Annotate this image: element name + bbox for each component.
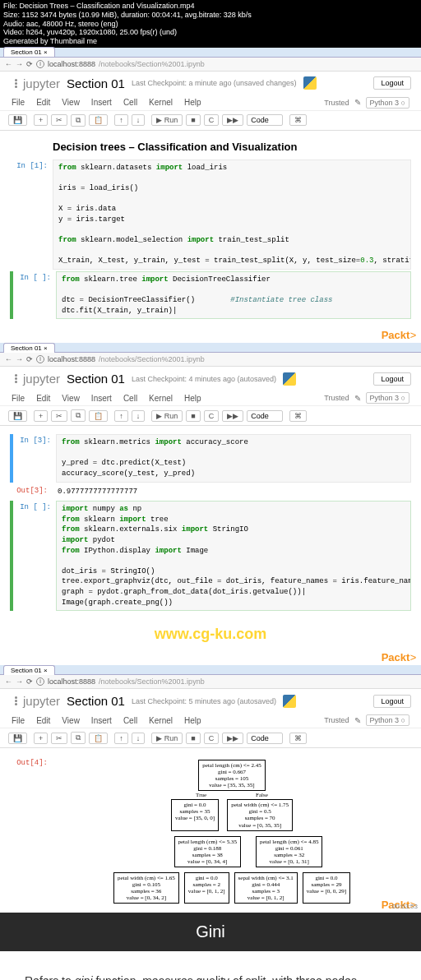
address-bar[interactable]: ← → ⟳ i localhost:8888/notebooks/Section… bbox=[0, 58, 421, 72]
nav-back-icon[interactable]: ← bbox=[5, 355, 12, 363]
menu-kernel[interactable]: Kernel bbox=[149, 716, 173, 725]
command-palette-button[interactable]: ⌘ bbox=[289, 410, 307, 422]
move-up-button[interactable]: ↑ bbox=[114, 733, 128, 744]
code-cell-4[interactable]: In [ ]: import numpy as np from sklearn … bbox=[10, 501, 411, 611]
restart-run-button[interactable]: ▶▶ bbox=[222, 410, 243, 422]
nav-reload-icon[interactable]: ⟳ bbox=[26, 677, 33, 686]
menu-help[interactable]: Help bbox=[184, 98, 201, 107]
save-button[interactable]: 💾 bbox=[8, 733, 27, 744]
site-info-icon[interactable]: i bbox=[36, 60, 44, 68]
logout-button[interactable]: Logout bbox=[373, 695, 411, 708]
stop-button[interactable]: ■ bbox=[186, 114, 200, 126]
restart-button[interactable]: C bbox=[204, 410, 220, 422]
paste-button[interactable]: 📋 bbox=[89, 410, 108, 422]
restart-run-button[interactable]: ▶▶ bbox=[222, 733, 243, 744]
run-button[interactable]: ▶ Run bbox=[151, 410, 183, 422]
menu-kernel[interactable]: Kernel bbox=[149, 394, 173, 403]
menu-insert[interactable]: Insert bbox=[91, 98, 112, 107]
browser-tab[interactable]: Section 01 × bbox=[3, 665, 55, 675]
menu-view[interactable]: View bbox=[62, 98, 80, 107]
site-info-icon[interactable]: i bbox=[36, 677, 44, 686]
kernel-indicator[interactable]: Python 3 ○ bbox=[366, 97, 409, 109]
code-area[interactable]: from sklearn.datasets import load_iris i… bbox=[53, 159, 411, 270]
add-cell-button[interactable]: + bbox=[34, 114, 48, 126]
browser-tab[interactable]: Section 01 × bbox=[3, 47, 55, 57]
nav-back-icon[interactable]: ← bbox=[5, 60, 12, 68]
kernel-indicator[interactable]: Python 3 ○ bbox=[366, 392, 409, 404]
menu-help[interactable]: Help bbox=[184, 716, 201, 725]
paste-button[interactable]: 📋 bbox=[89, 114, 108, 126]
move-down-button[interactable]: ↓ bbox=[132, 114, 146, 126]
nav-reload-icon[interactable]: ⟳ bbox=[26, 60, 33, 68]
stop-button[interactable]: ■ bbox=[186, 410, 200, 422]
edit-icon[interactable]: ✎ bbox=[354, 394, 361, 403]
menu-file[interactable]: File bbox=[12, 716, 25, 725]
code-cell-1[interactable]: In [1]: from sklearn.datasets import loa… bbox=[10, 159, 411, 270]
copy-button[interactable]: ⧉ bbox=[71, 409, 86, 422]
menu-cell[interactable]: Cell bbox=[123, 98, 137, 107]
menu-edit[interactable]: Edit bbox=[36, 98, 50, 107]
move-down-button[interactable]: ↓ bbox=[132, 410, 146, 422]
menu-insert[interactable]: Insert bbox=[91, 394, 112, 403]
site-info-icon[interactable]: i bbox=[36, 355, 44, 363]
notebook-name[interactable]: Section 01 bbox=[67, 694, 125, 708]
move-down-button[interactable]: ↓ bbox=[132, 733, 146, 744]
jupyter-logo[interactable]: jupyter bbox=[10, 76, 60, 90]
code-area[interactable]: from sklearn.tree import DecisionTreeCla… bbox=[56, 271, 411, 319]
edit-icon[interactable]: ✎ bbox=[354, 98, 361, 107]
address-bar[interactable]: ← → ⟳ i localhost:8888/notebooks/Section… bbox=[0, 353, 421, 367]
nav-reload-icon[interactable]: ⟳ bbox=[26, 355, 33, 363]
cut-button[interactable]: ✂ bbox=[51, 410, 67, 422]
save-button[interactable]: 💾 bbox=[8, 410, 27, 422]
add-cell-button[interactable]: + bbox=[34, 733, 48, 744]
run-button[interactable]: ▶ Run bbox=[151, 114, 183, 126]
restart-button[interactable]: C bbox=[204, 733, 220, 744]
nav-back-icon[interactable]: ← bbox=[5, 677, 12, 686]
menu-view[interactable]: View bbox=[62, 716, 80, 725]
browser-tab[interactable]: Section 01 × bbox=[3, 343, 55, 353]
code-cell-2[interactable]: In [ ]: from sklearn.tree import Decisio… bbox=[10, 271, 411, 319]
code-cell-3[interactable]: In [3]: from sklearn.metrics import accu… bbox=[10, 434, 411, 482]
jupyter-logo[interactable]: jupyter bbox=[10, 694, 60, 708]
save-button[interactable]: 💾 bbox=[8, 114, 27, 126]
add-cell-button[interactable]: + bbox=[34, 410, 48, 422]
notebook-name[interactable]: Section 01 bbox=[67, 372, 125, 386]
menu-file[interactable]: File bbox=[12, 98, 25, 107]
cell-type-select[interactable]: Code bbox=[247, 410, 283, 422]
command-palette-button[interactable]: ⌘ bbox=[289, 114, 307, 126]
jupyter-logo[interactable]: jupyter bbox=[10, 372, 60, 386]
nav-fwd-icon[interactable]: → bbox=[16, 355, 23, 363]
restart-run-button[interactable]: ▶▶ bbox=[222, 114, 243, 126]
menu-cell[interactable]: Cell bbox=[123, 394, 137, 403]
menu-file[interactable]: File bbox=[12, 394, 25, 403]
code-area[interactable]: from sklearn.metrics import accuracy_sco… bbox=[56, 434, 411, 482]
address-bar[interactable]: ← → ⟳ i localhost:8888/notebooks/Section… bbox=[0, 675, 421, 689]
menu-edit[interactable]: Edit bbox=[36, 394, 50, 403]
logout-button[interactable]: Logout bbox=[373, 372, 411, 386]
nav-fwd-icon[interactable]: → bbox=[16, 677, 23, 686]
stop-button[interactable]: ■ bbox=[186, 733, 200, 744]
edit-icon[interactable]: ✎ bbox=[354, 716, 361, 725]
tab-close-icon[interactable]: × bbox=[44, 49, 48, 56]
move-up-button[interactable]: ↑ bbox=[114, 114, 128, 126]
restart-button[interactable]: C bbox=[204, 114, 220, 126]
cell-type-select[interactable]: Code bbox=[247, 733, 283, 744]
run-button[interactable]: ▶ Run bbox=[151, 733, 183, 744]
cell-type-select[interactable]: Code bbox=[247, 114, 283, 126]
menu-view[interactable]: View bbox=[62, 394, 80, 403]
menu-insert[interactable]: Insert bbox=[91, 716, 112, 725]
logout-button[interactable]: Logout bbox=[373, 76, 411, 90]
copy-button[interactable]: ⧉ bbox=[71, 114, 86, 127]
cut-button[interactable]: ✂ bbox=[51, 114, 67, 126]
cut-button[interactable]: ✂ bbox=[51, 733, 67, 744]
notebook-name[interactable]: Section 01 bbox=[67, 76, 125, 90]
move-up-button[interactable]: ↑ bbox=[114, 410, 128, 422]
menu-help[interactable]: Help bbox=[184, 394, 201, 403]
paste-button[interactable]: 📋 bbox=[89, 733, 108, 744]
command-palette-button[interactable]: ⌘ bbox=[289, 733, 307, 744]
menu-kernel[interactable]: Kernel bbox=[149, 98, 173, 107]
kernel-indicator[interactable]: Python 3 ○ bbox=[366, 714, 409, 726]
menu-cell[interactable]: Cell bbox=[123, 716, 137, 725]
copy-button[interactable]: ⧉ bbox=[71, 732, 86, 744]
menu-edit[interactable]: Edit bbox=[36, 716, 50, 725]
